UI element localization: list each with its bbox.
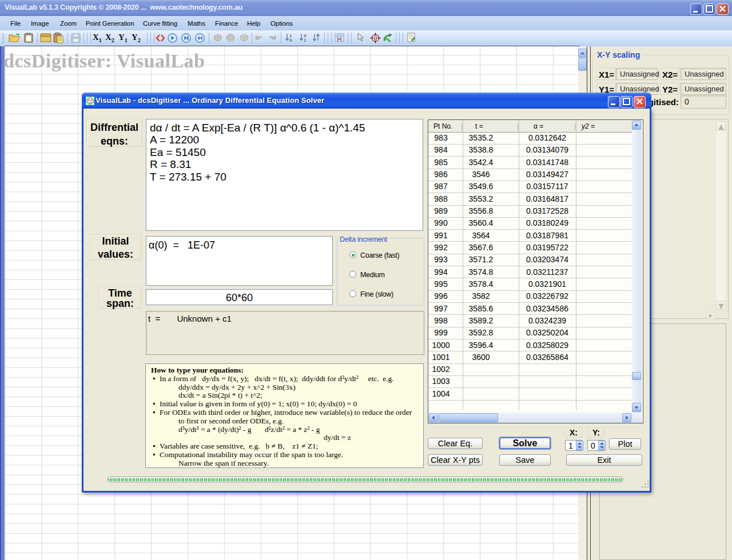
svg-text:1: 1 [304, 38, 307, 43]
svg-text:9: 9 [289, 38, 292, 43]
